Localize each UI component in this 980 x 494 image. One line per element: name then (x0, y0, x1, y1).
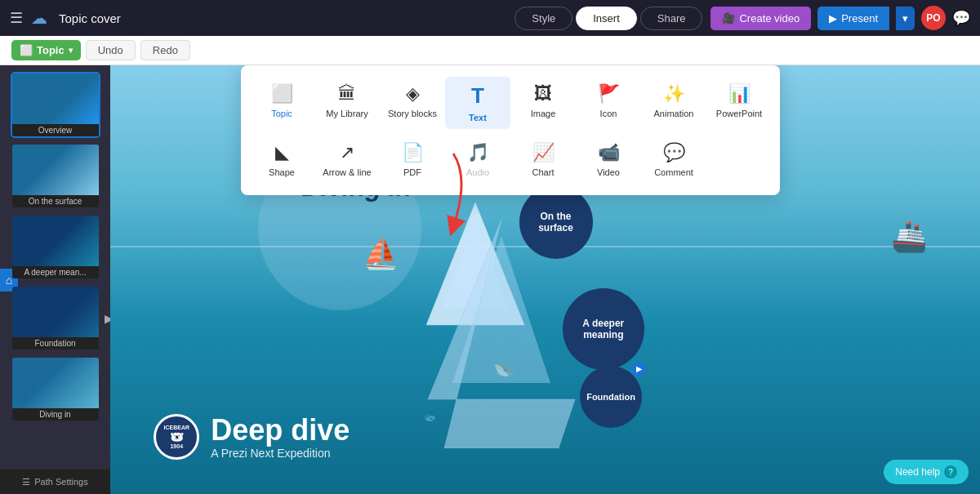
path-settings-icon: ☰ (22, 477, 30, 487)
insert-item-topic[interactable]: ⬜ Topic (249, 77, 314, 129)
slide-item-3[interactable]: Foundation (11, 285, 100, 351)
insert-item-my-library[interactable]: 🏛 My Library (314, 77, 380, 129)
slide-number-1: 1 (0, 171, 1, 181)
pdf-icon: 📄 (402, 142, 424, 163)
insert-item-shape[interactable]: ◣ Shape (249, 136, 314, 184)
slide-number-2: 2 (0, 243, 1, 252)
story-blocks-icon: ◈ (406, 83, 420, 105)
top-nav: Style Insert Share (514, 7, 702, 30)
slide-label-2: A deeper mean... (12, 266, 99, 278)
bubble-surface[interactable]: On the surface (519, 185, 593, 259)
chart-icon: 📈 (532, 142, 555, 163)
redo-button[interactable]: Redo (140, 40, 190, 60)
slide-item-2[interactable]: A deeper mean... (11, 214, 100, 280)
deep-dive-logo: ICEBEAR 🐻‍❄️ 1904 Deep dive A Prezi Next… (154, 414, 350, 460)
video-icon: 📹 (598, 142, 620, 163)
sailboat-icon: ⛵ (363, 237, 399, 271)
slide-item-1[interactable]: On the surface (11, 143, 100, 209)
slide-thumb-2 (12, 216, 100, 266)
video-record-icon: 🎥 (722, 12, 735, 24)
insert-item-audio: 🎵 Audio (445, 136, 510, 184)
topbar: ☰ ☁ Topic cover Style Insert Share 🎥 Cre… (0, 0, 980, 36)
topbar-right: 🎥 Create video ▶ Present ▾ PO 💬 (710, 6, 970, 30)
slide-wrapper-overview: Overview (11, 72, 100, 138)
hamburger-icon[interactable]: ☰ (10, 9, 23, 27)
canvas-area: Diving in ⛵ 🚢 On the surface A deeper (110, 65, 980, 494)
slide-number-4: 4 (0, 385, 1, 394)
foundation-play-icon[interactable]: ▶ (631, 362, 646, 376)
create-video-button[interactable]: 🎥 Create video (710, 7, 811, 30)
avatar: PO (921, 6, 946, 30)
help-icon: ? (944, 465, 957, 478)
slide-label-4: Diving in (12, 408, 99, 421)
bubble-deeper[interactable]: A deeper meaning (563, 288, 644, 370)
insert-item-image[interactable]: 🖼 Image (510, 77, 576, 129)
insert-item-pdf[interactable]: 📄 PDF (380, 136, 445, 184)
insert-item-comment[interactable]: 💬 Comment (641, 136, 706, 184)
bubble-foundation[interactable]: Foundation ▶ (580, 366, 642, 428)
slide-label-3: Foundation (12, 337, 99, 349)
nav-insert-button[interactable]: Insert (576, 7, 637, 30)
whale-icon: 🐋 (492, 355, 517, 380)
slide-wrapper-1: 1 On the surface (11, 143, 100, 209)
present-button[interactable]: ▶ Present (817, 7, 889, 30)
need-help-button[interactable]: Need help ? (884, 460, 969, 484)
powerpoint-icon: 📊 (728, 83, 751, 105)
bear-icon: 🐻‍❄️ (170, 430, 184, 443)
insert-item-chart[interactable]: 📈 Chart (510, 136, 576, 184)
icon-insert-icon: 🚩 (598, 83, 620, 105)
play-icon: ▶ (829, 12, 837, 24)
slide-item-4[interactable]: Diving in (11, 356, 100, 422)
slide-label-overview: Overview (12, 124, 99, 136)
topic-button[interactable]: ⬜ Topic ▾ (11, 40, 81, 60)
cloud-icon: ☁ (31, 8, 47, 28)
secondbar: ⬜ Topic ▾ Undo Redo (0, 36, 980, 65)
library-icon: 🏛 (338, 83, 356, 105)
image-icon: 🖼 (534, 83, 552, 105)
slide-number-3: 3 (0, 314, 1, 323)
insert-dropdown: ⬜ Topic 🏛 My Library ◈ Story blocks T Te… (241, 65, 780, 195)
insert-item-empty (706, 136, 772, 184)
present-dropdown-button[interactable]: ▾ (896, 7, 915, 30)
path-settings-button[interactable]: ☰ Path Settings (0, 470, 110, 494)
comment-icon[interactable]: 💬 (952, 9, 970, 27)
nav-share-button[interactable]: Share (640, 7, 703, 30)
nav-style-button[interactable]: Style (514, 7, 572, 30)
slide-wrapper-4: 4 Diving in (11, 356, 100, 422)
slide-wrapper-2: 2 A deeper mean... (11, 214, 100, 280)
animation-icon: ✨ (663, 83, 685, 105)
sidebar: ⌂ Overview 1 On the surface 2 A deeper m… (0, 65, 110, 494)
insert-item-powerpoint[interactable]: 📊 PowerPoint (706, 77, 772, 129)
topic-icon: ⬜ (20, 44, 33, 56)
play-icon-3[interactable]: ▶ (105, 312, 111, 325)
slide-thumb-overview (12, 73, 100, 124)
page-title: Topic cover (59, 11, 506, 25)
shape-icon: ◣ (275, 142, 289, 163)
slide-wrapper-3: 3 Foundation ▶ (11, 285, 100, 351)
slide-item-overview[interactable]: Overview (11, 72, 100, 138)
topic-insert-icon: ⬜ (271, 83, 293, 105)
slide-thumb-3 (12, 287, 100, 337)
fish-icon: 🐟 (423, 408, 439, 424)
main-layout: ⌂ Overview 1 On the surface 2 A deeper m… (0, 65, 980, 494)
insert-item-animation[interactable]: ✨ Animation (641, 77, 706, 129)
path-settings-bar: ☰ Path Settings (0, 470, 110, 494)
insert-item-icon[interactable]: 🚩 Icon (576, 77, 641, 129)
insert-item-story-blocks[interactable]: ◈ Story blocks (380, 77, 445, 129)
undo-button[interactable]: Undo (86, 40, 136, 60)
insert-item-text[interactable]: T Text (445, 77, 510, 129)
audio-icon: 🎵 (467, 142, 489, 163)
slide-label-1: On the surface (12, 195, 99, 207)
ship-icon: 🚢 (891, 220, 928, 254)
insert-item-video[interactable]: 📹 Video (576, 136, 641, 184)
text-icon: T (471, 83, 484, 109)
insert-item-arrow-line[interactable]: ↗ Arrow & line (314, 136, 380, 184)
slide-thumb-4 (12, 358, 100, 408)
chevron-down-icon: ▾ (69, 46, 73, 55)
deep-dive-title: Deep dive A Prezi Next Expedition (211, 414, 350, 460)
icebear-badge: ICEBEAR 🐻‍❄️ 1904 (154, 414, 199, 460)
comment-insert-icon: 💬 (663, 142, 685, 163)
slide-thumb-1 (12, 145, 100, 195)
canvas-content: Diving in ⛵ 🚢 On the surface A deeper (110, 65, 980, 494)
arrow-line-icon: ↗ (340, 142, 354, 163)
